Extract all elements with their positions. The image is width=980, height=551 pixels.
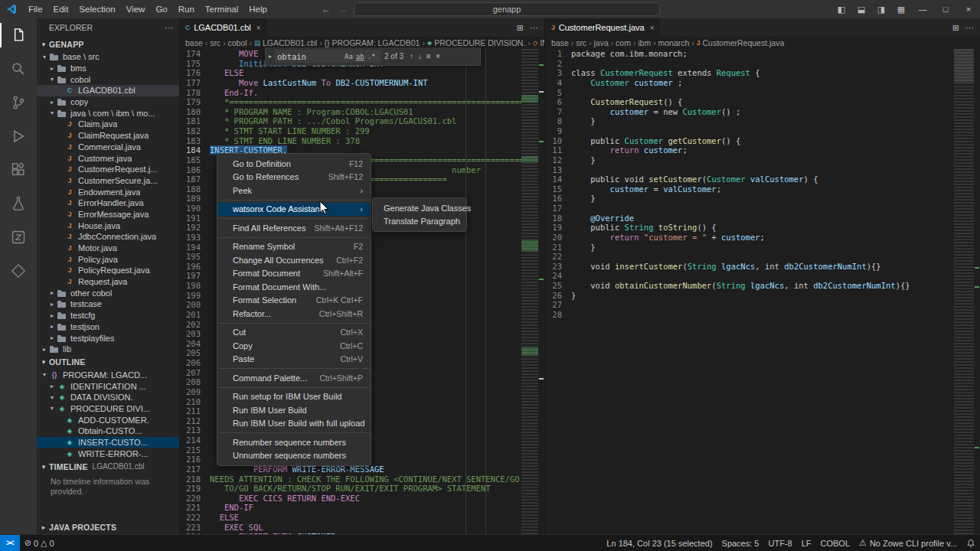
split-editor-icon[interactable]: ⊞ <box>952 23 959 33</box>
testing-icon[interactable] <box>0 187 37 220</box>
tree-item-data-division[interactable]: ▾◈DATA DIVISION. <box>37 392 179 403</box>
ibm-z-icon[interactable] <box>0 220 37 254</box>
menu-item-copy[interactable]: CopyCtrl+C <box>217 339 371 353</box>
tree-item-errormessage-java[interactable]: JErrorMessage.java <box>37 209 179 220</box>
close-button[interactable]: × <box>957 0 980 18</box>
code-line[interactable]: *=======================================… <box>210 97 521 107</box>
tree-item-add-customer[interactable]: ◈ADD-CUSTOMER. <box>37 414 179 425</box>
whole-word-icon[interactable]: ab <box>354 53 366 60</box>
menu-file[interactable]: File <box>23 0 48 18</box>
menu-item-run-setup-for-ibm-user-build[interactable]: Run setup for IBM User Build <box>217 390 371 404</box>
tree-item-insert-custo[interactable]: ◈INSERT-CUSTO... <box>37 437 179 448</box>
problems-indicator[interactable]: ⊘0 △0 <box>20 538 59 548</box>
explorer-icon[interactable] <box>0 18 37 52</box>
code-line[interactable]: customer = valCustomer; <box>571 184 954 194</box>
breadcrumb-program-lgacdb01[interactable]: {} PROGRAM: LGACDB01 <box>325 38 420 47</box>
code-line[interactable]: } <box>571 116 954 126</box>
tree-item-copy[interactable]: ▸copy <box>37 96 179 108</box>
status-utf-8[interactable]: UTF-8 <box>763 539 796 548</box>
code-line[interactable]: END-IF <box>210 503 521 513</box>
tree-item-procedure-divi[interactable]: ▾◈PROCEDURE DIVI... <box>37 403 179 415</box>
code-line[interactable]: NEEDS ATTENTION : CHECK THE FOLLOWING <C… <box>210 474 521 484</box>
code-line[interactable]: void insertCustomer(String lgacNcs, int … <box>571 262 954 272</box>
menu-item-format-selection[interactable]: Format SelectionCtrl+K Ctrl+F <box>217 294 371 308</box>
breadcrumb-cobol[interactable]: cobol <box>227 38 247 47</box>
code-line[interactable] <box>571 59 954 69</box>
code-area-right[interactable]: package com.ibm.monarch;class CustomerRe… <box>570 49 954 534</box>
status-ln-184-col-23-15-selected[interactable]: Ln 184, Col 23 (15 selected) <box>602 539 717 548</box>
code-line[interactable]: } <box>571 291 954 301</box>
code-line[interactable]: customer = new Customer() ; <box>571 107 954 117</box>
menu-item-change-all-occurrences[interactable]: Change All OccurrencesCtrl+F2 <box>217 253 371 267</box>
breadcrumb-procedure-division[interactable]: ◈PROCEDURE DIVISION. <box>427 38 526 47</box>
menu-item-renumber-sequence-numbers[interactable]: Renumber sequence numbers <box>217 435 371 449</box>
tree-item-base-src[interactable]: ▾base \ src <box>37 51 179 63</box>
breadcrumb-monarch[interactable]: monarch <box>658 38 690 47</box>
tree-item-lgacdb01-cbl[interactable]: CLGACDB01.cbl <box>37 85 179 96</box>
code-line[interactable]: * PROGRAM NAME : Program:COBOL:LGACUS01 <box>210 107 521 117</box>
code-line[interactable] <box>571 165 954 175</box>
code-line[interactable]: TO/GO BACK/RETURN/STOP RUN/EXIT/EXIT PRO… <box>210 484 521 494</box>
breadcrumb-com[interactable]: com <box>616 38 631 47</box>
tree-item-write-error[interactable]: ◈WRITE-ERROR-... <box>37 448 179 459</box>
section-java-projects[interactable]: ▸ JAVA PROJECTS <box>37 520 179 534</box>
menu-item-unnumber-sequence-numbers[interactable]: Unnumber sequence numbers <box>217 449 371 463</box>
code-line[interactable]: public String toString() { <box>571 223 954 233</box>
breadcrumb-java[interactable]: java <box>593 38 608 47</box>
regex-icon[interactable]: .* <box>366 53 377 60</box>
minimap-left[interactable] <box>521 49 538 534</box>
tree-item-request-java[interactable]: JRequest.java <box>37 276 179 288</box>
toggle-panel-icon[interactable]: ⬓ <box>851 5 871 15</box>
code-line[interactable]: void obtainCustomerNumber(String lgacNcs… <box>571 281 954 291</box>
code-line[interactable]: Customer customer ; <box>571 78 954 88</box>
tree-item-motor-java[interactable]: JMotor.java <box>37 243 179 254</box>
menu-item-peek[interactable]: Peek› <box>217 184 371 197</box>
tree-item-testcase[interactable]: ▸testcase <box>37 298 179 310</box>
code-line[interactable]: } <box>571 155 954 165</box>
breadcrumb-src[interactable]: src <box>210 38 220 47</box>
breadcrumb-base[interactable]: base <box>551 38 569 47</box>
code-line[interactable]: return customer; <box>571 145 954 155</box>
customize-layout-icon[interactable]: ▦ <box>891 5 911 15</box>
code-line[interactable]: End-If. <box>210 88 521 98</box>
nav-forward-icon[interactable]: → <box>337 4 349 15</box>
menu-item-refactor[interactable]: Refactor...Ctrl+Shift+R <box>217 307 371 321</box>
section-outline[interactable]: ▾ OUTLINE <box>37 355 179 370</box>
code-line[interactable]: EXEC SQL <box>210 523 521 533</box>
tab-lgacdb01[interactable]: C LGACDB01.cbl × <box>179 18 268 37</box>
menu-terminal[interactable]: Terminal <box>200 0 243 18</box>
code-line[interactable]: CustomerRequest() { <box>571 97 954 107</box>
code-line[interactable] <box>571 310 954 320</box>
split-editor-icon[interactable]: ⊞ <box>517 23 524 33</box>
nav-back-icon[interactable]: ← <box>320 4 332 15</box>
submenu-item-translate-paragraph[interactable]: Translate Paragraph <box>373 215 466 229</box>
notifications-bell-icon[interactable] <box>962 539 980 548</box>
code-line[interactable] <box>571 271 954 281</box>
find-next-icon[interactable]: ↓ <box>416 52 424 60</box>
breadcrumb-customerrequest-java[interactable]: JCustomerRequest.java <box>697 38 785 47</box>
code-line[interactable] <box>571 126 954 136</box>
menu-item-rename-symbol[interactable]: Rename SymbolF2 <box>217 240 371 254</box>
menu-item-find-all-references[interactable]: Find All ReferencesShift+Alt+F12 <box>217 221 371 235</box>
minimap-right[interactable] <box>954 49 974 534</box>
toggle-sidebar-icon[interactable]: ◧ <box>831 5 851 15</box>
tree-item-cobol[interactable]: ▾cobol <box>37 73 179 85</box>
tree-item-errorhandler-java[interactable]: JErrorHandler.java <box>37 197 179 209</box>
tree-item-testplayfiles[interactable]: ▸testplayfiles <box>37 332 179 344</box>
tree-item-java-com-ibm-mo[interactable]: ▾java \ com \ ibm \ mo... <box>37 107 179 119</box>
status-no-zowe-cli-profile-v[interactable]: ⚠No Zowe CLI profile v... <box>854 538 962 548</box>
tree-item-bms[interactable]: ▸bms <box>37 63 179 74</box>
more-actions-icon[interactable]: ⋯ <box>530 23 538 33</box>
command-center[interactable]: genapp <box>354 2 660 16</box>
status-cobol[interactable]: COBOL <box>815 539 854 548</box>
find-in-selection-icon[interactable]: ≡ <box>424 52 433 60</box>
menu-item-format-document-with[interactable]: Format Document With... <box>217 280 371 294</box>
tree-item-testcfg[interactable]: ▸testcfg <box>37 310 179 321</box>
run-debug-icon[interactable] <box>0 119 37 153</box>
find-close-icon[interactable]: × <box>433 52 443 60</box>
code-line[interactable] <box>571 204 954 214</box>
menu-item-run-ibm-user-build[interactable]: Run IBM User Build <box>217 403 371 417</box>
menu-item-go-to-references[interactable]: Go to ReferencesShift+F12 <box>217 171 371 184</box>
tab-close-icon[interactable]: × <box>650 24 655 32</box>
tree-item-program-lgacd[interactable]: ▾{}PROGRAM: LGACD... <box>37 370 179 381</box>
